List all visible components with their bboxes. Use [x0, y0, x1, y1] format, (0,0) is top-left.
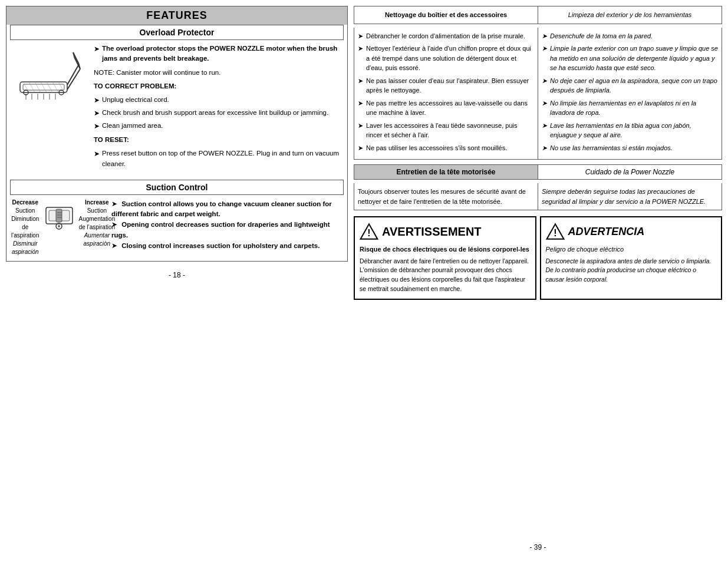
arrow-icon-5: ➤ [94, 148, 100, 159]
arrow-s2: ➤ [542, 44, 547, 54]
overload-bullet-1: ➤ The overload protector stops the POWER… [94, 44, 342, 64]
right-column: Nettoyage du boîtier et des accessoires … [354, 6, 722, 556]
french-bullet-text-1: Débrancher le cordon d'alimentation de l… [366, 31, 525, 41]
decrease-spanish: Disminuir aspiración [12, 240, 39, 255]
arrow-s1: ➤ [542, 31, 547, 41]
spanish-cleaning-header: Limpieza del exterior y de los herramien… [538, 6, 722, 24]
french-bullet-6: ➤ Ne pas utiliser les accessoires s'ils … [358, 143, 534, 153]
spanish-warning-body: Desconecte la aspiradora antes de darle … [546, 257, 717, 285]
french-cleaning-header: Nettoyage du boîtier et des accessoires [354, 6, 538, 24]
spanish-bullet-text-5: Lave las herramientas en la tibia agua c… [550, 121, 718, 140]
arrow-icon-4: ➤ [94, 121, 100, 131]
spanish-warning-subtitle: Peligro de choque eléctrico [546, 244, 717, 254]
spanish-warning-title-row: ! ADVERTENCIA [546, 222, 717, 241]
overload-correct-1: Unplug electrical cord. [102, 95, 169, 105]
spanish-warning-box: ! ADVERTENCIA Peligro de choque eléctric… [540, 216, 723, 300]
svg-text:!: ! [367, 228, 370, 238]
arrow-f1: ➤ [358, 31, 363, 41]
spanish-bullet-3: ➤ No deje caer el agua en la aspiradora,… [542, 76, 718, 95]
arrow-f5: ➤ [358, 121, 363, 131]
decrease-sub: Suction [11, 207, 39, 215]
spanish-bullet-4: ➤ No limpie las herramientas en el lavap… [542, 98, 718, 118]
warning-triangle-icon-fr: ! [360, 222, 378, 241]
overload-bullet-4: ➤ Clean jammed area. [94, 121, 342, 131]
suction-arrow-2: ➤ [111, 220, 117, 229]
arrow-s3: ➤ [542, 76, 547, 86]
arrow-icon-2: ➤ [94, 95, 100, 105]
control-knob-area [43, 199, 75, 231]
spanish-bullet-6: ➤ No use las herramientas si están mojad… [542, 143, 718, 153]
cleaning-headers-row: Nettoyage du boîtier et des accessoires … [354, 6, 722, 24]
french-bullets-col: ➤ Débrancher le cordon d'alimentation de… [354, 28, 538, 160]
to-correct-bold: TO CORRECT PROBLEM: [94, 82, 176, 90]
suction-control-svg [43, 199, 75, 231]
suction-text-1: Suction control allows you to change vac… [111, 200, 332, 217]
overload-note-text: NOTE: Canister motor will continue to ru… [94, 69, 220, 76]
left-column: FEATURES Overload Protector [6, 6, 348, 556]
overload-body-bold: The overload protector stops the POWER N… [102, 44, 342, 64]
spanish-warning-title: ADVERTENCIA [568, 224, 645, 240]
maintenance-french-text: Toujours observer toutes les mesures de … [354, 183, 538, 210]
maintenance-spanish-header: Cuidado de la Power Nozzle [538, 164, 722, 180]
maintenance-spanish-text: Siempre deberán seguirse todas las preca… [538, 183, 722, 210]
french-bullet-2: ➤ Nettoyer l'extérieur à l'aide d'un chi… [358, 44, 534, 73]
suction-text: ➤ Suction control allows you to change v… [111, 199, 342, 256]
maintenance-french-header: Entretien de la tête motorisée [354, 164, 538, 180]
french-warning-subtitle: Risque de chocs électriques ou de lésion… [360, 244, 531, 254]
cleaning-bullets-section: ➤ Débrancher le cordon d'alimentation de… [354, 28, 722, 160]
french-bullet-3: ➤ Ne pas laisser couler d'eau sur l'aspi… [358, 76, 534, 95]
suction-bullet-2: ➤ Opening control decreases suction for … [111, 219, 342, 240]
french-warning-body: Débrancher avant de faire l'entretien ou… [360, 257, 531, 294]
french-bullet-1: ➤ Débrancher le cordon d'alimentation de… [358, 31, 534, 41]
french-warning-box: ! AVERTISSEMENT Risque de chocs électriq… [354, 216, 536, 300]
suction-diagram: Decrease Suction Diminution de l'aspirat… [11, 199, 106, 256]
spanish-bullet-text-6: No use las herramientas si están mojados… [550, 143, 673, 153]
spanish-bullet-text-4: No limpie las herramientas en el lavapla… [550, 98, 718, 118]
to-reset-bold: TO RESET: [94, 136, 129, 143]
overload-text: ➤ The overload protector stops the POWER… [94, 44, 342, 171]
french-warning-title-row: ! AVERTISSEMENT [360, 222, 531, 241]
increase-label: Increase Suction Augmentation de l'aspir… [79, 199, 116, 248]
decrease-french: Diminution de l'aspiration [11, 215, 39, 240]
svg-line-19 [41, 82, 47, 92]
svg-rect-25 [56, 209, 62, 222]
arrow-f3: ➤ [358, 76, 363, 86]
overload-protector-header: Overload Protector [10, 25, 344, 40]
suction-text-2: Opening control decreases suction for dr… [111, 221, 330, 238]
arrow-f6: ➤ [358, 143, 363, 153]
increase-sub: Suction [79, 207, 116, 215]
to-correct-label: TO CORRECT PROBLEM: [94, 81, 342, 91]
spanish-bullet-2: ➤ Limpie la parte exterior con un trapo … [542, 44, 718, 73]
spanish-bullet-text-1: Desenchufe de la toma en la pared. [550, 31, 653, 41]
increase-spanish: Aumentar aspiraciòn [84, 232, 111, 247]
arrow-f2: ➤ [358, 44, 363, 54]
warning-triangle-icon-es: ! [546, 222, 565, 241]
maintenance-headers-row: Entretien de la tête motorisée Cuidado d… [354, 164, 722, 180]
overload-image [11, 44, 88, 171]
right-page-number: - 39 - [354, 538, 722, 556]
overload-bullet-5: ➤ Press reset button on top of the POWER… [94, 148, 342, 169]
warnings-row: ! AVERTISSEMENT Risque de chocs électriq… [354, 216, 722, 300]
suction-text-3: Closing control increases suction for up… [121, 242, 319, 249]
spanish-bullet-text-2: Limpie la parte exterior con un trapo su… [550, 44, 718, 73]
arrow-icon: ➤ [94, 44, 100, 54]
arrow-f4: ➤ [358, 98, 363, 108]
increase-main: Increase [79, 199, 116, 207]
maintenance-content-row: Toujours observer toutes les mesures de … [354, 183, 722, 210]
spanish-bullet-1: ➤ Desenchufe de la toma en la pared. [542, 31, 718, 41]
features-box: FEATURES Overload Protector [6, 6, 348, 262]
decrease-label: Decrease Suction Diminution de l'aspirat… [11, 199, 39, 256]
overload-correct-2: Check brush and brush support areas for … [102, 108, 328, 118]
to-reset-label: TO RESET: [94, 135, 342, 145]
spanish-bullet-5: ➤ Lave las herramientas en la tibia agua… [542, 121, 718, 140]
arrow-s6: ➤ [542, 143, 547, 153]
overload-correct-3: Clean jammed area. [102, 121, 163, 131]
svg-point-30 [58, 225, 60, 227]
french-warning-title: AVERTISSEMENT [382, 223, 482, 240]
french-bullet-text-5: Laver les accessoires à l'eau tiède savo… [366, 121, 534, 140]
left-page-number: - 18 - [6, 266, 348, 284]
suction-arrow-3: ➤ [111, 242, 117, 250]
suction-content: Decrease Suction Diminution de l'aspirat… [6, 199, 347, 261]
french-bullet-4: ➤ Ne pas mettre les accessoires au lave-… [358, 98, 534, 118]
suction-bullet-1: ➤ Suction control allows you to change v… [111, 199, 342, 220]
